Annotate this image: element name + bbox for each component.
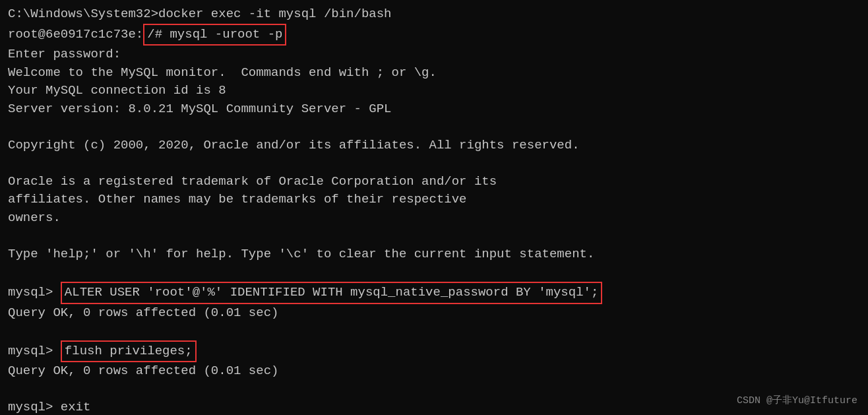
line-mysql-exit: mysql> exit [8, 399, 860, 415]
mysql-prompt-2: mysql> [8, 342, 61, 361]
line-server-version: Server version: 8.0.21 MySQL Community S… [8, 100, 860, 119]
line-copyright: Copyright (c) 2000, 2020, Oracle and/or … [8, 137, 860, 155]
terminal-window: C:\Windows\System32>docker exec -it mysq… [0, 0, 868, 415]
line-query-ok-1: Query OK, 0 rows affected (0.01 sec) [8, 304, 860, 323]
prompt-host: root@6e0917c1c73e: [8, 26, 143, 44]
empty-line-3 [8, 228, 860, 246]
flush-privileges-command: flush privileges; [61, 340, 197, 363]
empty-line-5 [8, 322, 860, 340]
line-oracle-trademark-3: owners. [8, 209, 860, 228]
empty-line-1 [8, 118, 860, 137]
line-type-help: Type 'help;' or '\h' for help. Type '\c'… [8, 245, 860, 264]
line-query-ok-2: Query OK, 0 rows affected (0.01 sec) [8, 362, 860, 381]
line-enter-password: Enter password: [8, 46, 860, 64]
line-mysql-login: root@6e0917c1c73e:/# mysql -uroot -p [8, 24, 860, 46]
mysql-login-command: /# mysql -uroot -p [143, 24, 286, 46]
line-alter-user: mysql> ALTER USER 'root'@'%' IDENTIFIED … [8, 282, 860, 304]
line-docker-cmd: C:\Windows\System32>docker exec -it mysq… [8, 5, 860, 24]
empty-line-2 [8, 154, 860, 173]
empty-line-4 [8, 264, 860, 282]
mysql-prompt-1: mysql> [8, 284, 61, 302]
watermark: CSDN @子非Yu@Itfuture [737, 394, 857, 408]
line-oracle-trademark-1: Oracle is a registered trademark of Orac… [8, 173, 860, 191]
empty-line-6 [8, 381, 860, 399]
line-flush-privileges: mysql> flush privileges; [8, 340, 860, 363]
line-welcome: Welcome to the MySQL monitor. Commands e… [8, 64, 860, 82]
line-oracle-trademark-2: affiliates. Other names may be trademark… [8, 191, 860, 209]
line-connection-id: Your MySQL connection id is 8 [8, 82, 860, 100]
alter-user-command: ALTER USER 'root'@'%' IDENTIFIED WITH my… [61, 282, 603, 304]
